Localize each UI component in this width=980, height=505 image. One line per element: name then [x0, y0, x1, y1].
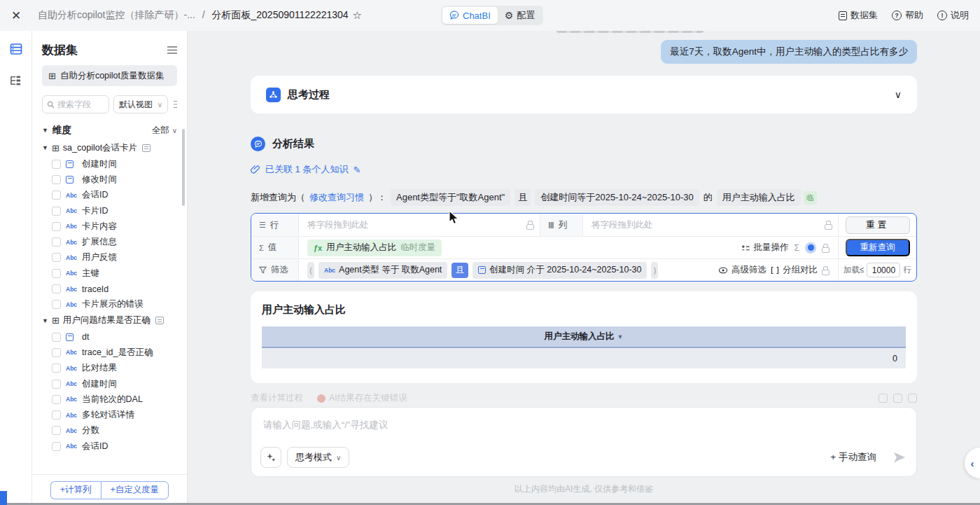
- batch-operations-button[interactable]: 批量操作: [741, 242, 789, 254]
- info-button[interactable]: ! 说明: [937, 9, 969, 22]
- dataset-panel-icon[interactable]: [9, 42, 23, 56]
- selected-dataset[interactable]: ⊞ 自助分析copilot质量数据集: [42, 65, 177, 86]
- dimension-all-select[interactable]: 全部 ∨: [152, 125, 177, 137]
- load-limit-input[interactable]: [867, 263, 900, 277]
- close-icon[interactable]: ✕: [11, 8, 28, 23]
- open-bracket-chip[interactable]: (: [307, 262, 314, 279]
- help-button[interactable]: ? 帮助: [892, 9, 923, 22]
- sidebar-scrollbar[interactable]: [182, 129, 185, 206]
- add-calc-column-button[interactable]: +计算列: [50, 481, 101, 499]
- field-item[interactable]: Abc多轮对话详情: [42, 407, 187, 422]
- tree-panel-icon[interactable]: [9, 74, 22, 88]
- field-checkbox[interactable]: [52, 207, 61, 216]
- field-checkbox[interactable]: [52, 364, 61, 373]
- lock-icon[interactable]: [822, 247, 830, 253]
- field-item[interactable]: Abc分数: [42, 423, 187, 438]
- table-header-cell[interactable]: 用户主动输入占比 ▼: [262, 326, 906, 348]
- think-mode-select[interactable]: 思考模式 ∨: [287, 447, 349, 468]
- collapse-panel-icon[interactable]: [167, 46, 177, 54]
- field-item[interactable]: Abc用户反馈: [42, 250, 187, 265]
- field-item[interactable]: AbctraceId: [42, 281, 187, 296]
- favorite-star-icon[interactable]: ☆: [353, 9, 362, 22]
- field-item[interactable]: Abc主键: [42, 265, 187, 281]
- requery-button[interactable]: 重新查询: [846, 239, 910, 256]
- field-item[interactable]: dt: [42, 329, 187, 345]
- lock-icon[interactable]: [825, 224, 832, 230]
- field-item[interactable]: Abc卡片内容: [42, 219, 187, 234]
- rows-drop-zone[interactable]: 将字段拖到此处: [299, 214, 520, 236]
- field-group-header[interactable]: ▼⊞用户问题结果是否正确: [42, 312, 187, 329]
- sigma-icon[interactable]: Σ: [794, 243, 799, 253]
- query-chip-date[interactable]: 创建时间等于2025-10-24~2025-10-30: [535, 189, 699, 206]
- query-chip-agent[interactable]: Agent类型等于"取数Agent": [391, 189, 510, 206]
- caret-down-icon[interactable]: ▼: [42, 144, 48, 151]
- field-item[interactable]: Abc卡片ID: [42, 203, 187, 219]
- field-item[interactable]: Abc创建时间: [42, 376, 187, 392]
- knowledge-link[interactable]: 已关联 1 条个人知识: [265, 163, 348, 176]
- field-item[interactable]: Abc会话ID: [42, 438, 187, 454]
- collapse-chevron-icon[interactable]: ∨: [895, 89, 902, 100]
- field-checkbox[interactable]: [52, 222, 61, 231]
- query-chip-metric[interactable]: 用户主动输入占比: [717, 189, 801, 206]
- temp-measure-badge[interactable]: 临: [804, 191, 817, 205]
- field-checkbox[interactable]: [52, 348, 61, 357]
- tab-chatbi[interactable]: ChatBI: [442, 7, 498, 24]
- field-checkbox[interactable]: [52, 426, 61, 435]
- panel-collapse-handle[interactable]: ‹: [965, 448, 980, 478]
- field-checkbox[interactable]: [52, 395, 61, 404]
- caret-down-icon[interactable]: ▼: [42, 317, 48, 324]
- add-custom-measure-button[interactable]: +自定义度量: [101, 481, 169, 499]
- field-checkbox[interactable]: [52, 175, 61, 184]
- dashboard-title-prefix[interactable]: 自助分析copilot监控（排除产研）-...: [38, 9, 195, 20]
- field-group-header[interactable]: ▼⊞sa_copilot会话卡片: [42, 139, 187, 156]
- lock-icon[interactable]: [822, 270, 830, 275]
- field-item[interactable]: 创建时间: [42, 156, 187, 172]
- field-checkbox[interactable]: [52, 410, 61, 420]
- panel-title[interactable]: 分析面板_20250901122221304: [211, 9, 348, 20]
- search-input[interactable]: 搜索字段: [42, 95, 109, 113]
- skill-button[interactable]: [260, 447, 281, 468]
- view-calc-process-link[interactable]: 查看计算过程: [251, 392, 303, 404]
- field-checkbox[interactable]: [52, 160, 61, 169]
- field-checkbox[interactable]: [52, 269, 61, 278]
- field-item[interactable]: Abc会话ID: [42, 188, 187, 203]
- field-checkbox[interactable]: [52, 284, 61, 293]
- lock-icon[interactable]: [526, 224, 534, 230]
- field-checkbox[interactable]: [52, 191, 61, 200]
- sort-caret-icon[interactable]: ▼: [617, 333, 624, 340]
- thinking-process-panel[interactable]: 思考过程 ∨: [251, 76, 917, 113]
- field-checkbox[interactable]: [52, 380, 61, 389]
- field-filter-icon[interactable]: [174, 101, 177, 109]
- reset-button[interactable]: 重置: [846, 216, 910, 234]
- tab-config[interactable]: ⚙ 配置: [498, 7, 542, 24]
- field-checkbox[interactable]: [52, 237, 61, 247]
- field-item[interactable]: 修改时间: [42, 172, 187, 187]
- field-item[interactable]: Abc轮次ID: [42, 454, 187, 456]
- ai-error-feedback[interactable]: AI结果存在关键错误: [317, 392, 407, 404]
- field-item[interactable]: Abc卡片展示的错误: [42, 297, 187, 312]
- view-select[interactable]: 默认视图 ∨: [113, 95, 168, 113]
- close-bracket-chip[interactable]: ): [651, 262, 658, 279]
- and-operator-chip[interactable]: 且: [451, 263, 468, 278]
- field-item[interactable]: Abc比对结果: [42, 361, 187, 376]
- field-item[interactable]: Abctrace_id_是否正确: [42, 345, 187, 360]
- field-checkbox[interactable]: [52, 333, 61, 342]
- edit-pencil-icon[interactable]: ✎: [353, 165, 360, 175]
- filter-chip-date[interactable]: 创建时间 介于 2025-10-24~2025-10-30: [472, 262, 647, 279]
- modify-query-habit-link[interactable]: 修改查询习惯: [309, 191, 364, 204]
- columns-drop-zone[interactable]: 将字段拖到此处: [583, 214, 818, 236]
- filter-chip-agent[interactable]: Abc Agent类型 等于 取数Agent: [318, 262, 447, 279]
- field-item[interactable]: Abc当前轮次的DAL: [42, 392, 187, 407]
- caret-down-icon[interactable]: ▼: [42, 127, 48, 134]
- field-checkbox[interactable]: [52, 300, 61, 309]
- field-checkbox[interactable]: [52, 442, 61, 451]
- value-field-chip[interactable]: ƒx 用户主动输入占比 临时度量: [307, 240, 442, 256]
- dataset-button[interactable]: 数据集: [839, 9, 878, 22]
- field-item[interactable]: Abc扩展信息: [42, 234, 187, 249]
- send-button[interactable]: [892, 450, 907, 465]
- manual-query-button[interactable]: + 手动查询: [830, 451, 876, 464]
- advanced-filter-button[interactable]: 高级筛选: [718, 264, 766, 276]
- measure-toggle[interactable]: [805, 242, 816, 254]
- field-checkbox[interactable]: [52, 253, 61, 262]
- group-compare-button[interactable]: 分组对比: [771, 264, 818, 276]
